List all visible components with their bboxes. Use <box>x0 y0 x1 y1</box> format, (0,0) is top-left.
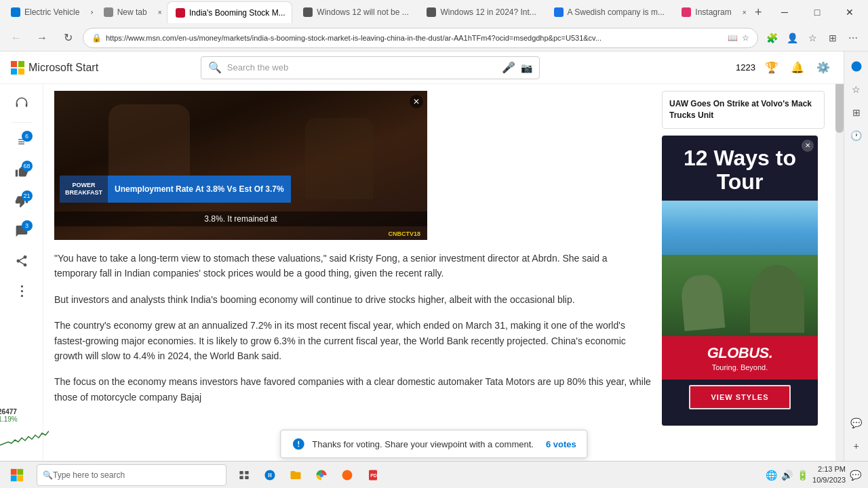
tab-newtab[interactable]: New tab × <box>96 1 164 23</box>
tab-swedish[interactable]: A Swedish company is m... × <box>546 1 671 23</box>
msn-header: Microsoft Start 🔍 Search the web 🎤 📷 122… <box>0 52 844 84</box>
tab-close-windows12[interactable]: × <box>416 6 416 18</box>
tab-close-ev[interactable]: × <box>86 6 92 18</box>
extensions-button[interactable]: 🧩 <box>762 28 781 47</box>
forward-button[interactable]: → <box>31 27 53 49</box>
profile-button[interactable]: 👤 <box>783 28 802 47</box>
refresh-button[interactable]: ↻ <box>57 27 79 49</box>
svg-point-9 <box>319 473 323 477</box>
notification-text: Thanks for voting. Share your viewpoint … <box>312 439 534 449</box>
ad-close-button[interactable]: ✕ <box>802 140 814 152</box>
tab-india[interactable]: India's Booming Stock M... × <box>167 1 292 23</box>
tab-label-india: India's Booming Stock M... <box>189 8 285 18</box>
stock-value: 526477 <box>0 408 49 415</box>
browser-menu[interactable]: ⋯ <box>844 28 863 47</box>
add-sidebar-button[interactable]: + <box>847 436 866 455</box>
address-bar[interactable]: 🔒 https://www.msn.com/en-us/money/market… <box>83 28 758 48</box>
taskbar-task-view[interactable] <box>232 463 256 487</box>
sidebar-chat[interactable]: 3 <box>8 218 35 245</box>
logo-sq-yellow <box>18 68 24 75</box>
microphone-icon[interactable]: 🎤 <box>502 61 515 74</box>
sidebar-thumbup[interactable]: 68 <box>8 158 35 185</box>
camera-search-icon[interactable]: 📷 <box>521 62 532 73</box>
stock-change: +1.19% <box>0 415 49 423</box>
taskbar-edge[interactable] <box>258 463 282 487</box>
notification-center[interactable]: 💬 <box>850 470 861 481</box>
tab-favicon-india <box>176 8 185 18</box>
tab-label-swedish: A Swedish company is m... <box>568 7 665 17</box>
systray-volume[interactable]: 🔊 <box>781 470 793 481</box>
tab-ev[interactable]: Electric Vehicle × <box>3 1 93 23</box>
notifications-icon[interactable]: 🔔 <box>788 58 807 77</box>
svg-rect-2 <box>17 468 23 474</box>
tab-label-instagram: Instagram <box>695 7 731 17</box>
scrollbar-track <box>835 52 844 461</box>
rewards-icon[interactable]: 🏆 <box>762 58 781 77</box>
taskbar-explorer[interactable] <box>283 463 308 487</box>
ad-view-styles-button[interactable]: VIEW STYLES <box>689 385 791 409</box>
sidebar-comments[interactable]: ≡ 6 <box>8 128 35 155</box>
back-button[interactable]: ← <box>5 27 27 49</box>
taskbar-search[interactable]: 🔍 Type here to search <box>37 464 226 486</box>
systray-battery[interactable]: 🔋 <box>797 470 808 481</box>
notification-bar: Thanks for voting. Share your viewpoint … <box>280 430 587 458</box>
collections-sidebar-button[interactable]: ⊞ <box>847 103 866 122</box>
tab-close-india[interactable]: × <box>292 7 293 19</box>
tab-instagram[interactable]: Instagram × <box>673 1 747 23</box>
taskbar-search-icon: 🔍 <box>43 470 53 480</box>
close-button[interactable]: ✕ <box>834 1 865 23</box>
settings-icon[interactable]: ⚙️ <box>814 58 833 77</box>
video-close-button[interactable]: ✕ <box>410 95 423 108</box>
article-paragraph-2: But investors and analysts think India's… <box>54 292 651 307</box>
taskbar-firefox[interactable] <box>335 463 359 487</box>
sidebar-headset[interactable] <box>8 89 35 117</box>
history-sidebar-button[interactable]: 🕐 <box>847 126 866 145</box>
tab-favicon-instagram <box>682 7 691 17</box>
chat-badge: 3 <box>22 220 33 231</box>
sidebar-thumbdown[interactable]: 21 <box>8 188 35 215</box>
article-paragraph-3: The country's economy grew at an annuali… <box>54 318 651 363</box>
window-controls: ─ □ ✕ <box>769 1 865 23</box>
systray-network[interactable]: 🌐 <box>766 470 777 481</box>
svg-text:PDF: PDF <box>370 473 379 478</box>
maximize-button[interactable]: □ <box>802 1 833 23</box>
url-text: https://www.msn.com/en-us/money/markets/… <box>106 34 724 42</box>
msn-search-bar[interactable]: 🔍 Search the web 🎤 📷 <box>201 56 540 79</box>
ad-image <box>662 201 818 336</box>
navbar-actions: 🧩 👤 ☆ ⊞ ⋯ <box>762 28 863 47</box>
favorites-button[interactable]: ☆ <box>803 28 822 47</box>
taskbar-acrobat[interactable]: PDF <box>361 463 385 487</box>
tab-windows12b[interactable]: Windows 12 in 2024? Int... × <box>418 1 542 23</box>
tab-close-newtab[interactable]: × <box>154 6 164 18</box>
stock-chart <box>0 423 49 450</box>
new-tab-button[interactable]: + <box>750 3 766 22</box>
bookmark-icon[interactable]: ☆ <box>742 33 749 43</box>
minimize-button[interactable]: ─ <box>769 1 800 23</box>
favorites-sidebar-button[interactable]: ☆ <box>847 80 866 99</box>
svg-rect-6 <box>245 471 248 474</box>
collections-button[interactable]: ⊞ <box>823 28 842 47</box>
taskbar-chrome[interactable] <box>309 463 334 487</box>
left-sidebar: ≡ 6 68 21 3 ⋮ <box>0 84 43 461</box>
svg-point-0 <box>851 62 861 72</box>
sidebar-more[interactable]: ⋮ <box>8 277 35 304</box>
ad-title: 12 Ways to Tour <box>662 136 818 201</box>
feedback-button[interactable]: 💬 <box>847 413 866 432</box>
tab-close-instagram[interactable]: × <box>738 6 748 18</box>
msn-header-actions: 1223 🏆 🔔 ⚙️ <box>736 58 833 77</box>
tab-favicon-windows12b <box>427 7 436 17</box>
copilot-button[interactable] <box>847 57 866 76</box>
tab-windows12[interactable]: Windows 12 will not be ... × <box>295 1 416 23</box>
search-placeholder: Search the web <box>227 62 288 73</box>
video-logo: CNBCTV18 <box>388 230 420 237</box>
sidebar-divider-1 <box>12 122 32 123</box>
start-button[interactable] <box>0 462 34 489</box>
reader-mode-icon[interactable]: 📖 <box>728 33 738 43</box>
notification-votes[interactable]: 6 votes <box>546 439 576 449</box>
navbar: ← → ↻ 🔒 https://www.msn.com/en-us/money/… <box>0 24 868 52</box>
logo-sq-green <box>18 61 24 67</box>
sidebar-share[interactable] <box>8 247 35 274</box>
taskbar: 🔍 Type here to search PDF 🌐 🔊 🔋 2:13 PM … <box>0 461 868 488</box>
news-card-title: UAW Goes On Strike at Volvo's Mack Truck… <box>669 98 817 121</box>
video-container: POWER BREAKFAST Unemployment Rate At 3.8… <box>54 91 427 240</box>
